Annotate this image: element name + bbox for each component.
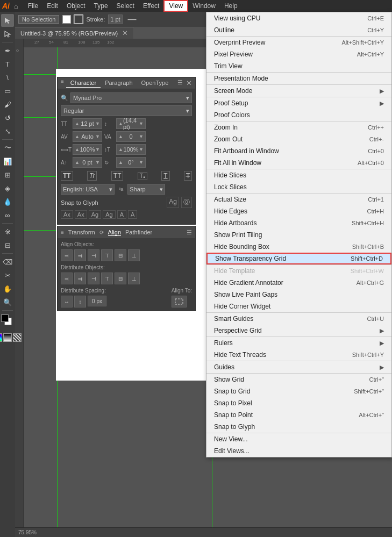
dist-top-btn[interactable]: ⊤ [101,273,113,284]
align-to-button[interactable] [172,296,187,307]
bold-button[interactable]: TT [61,171,73,181]
color-mode-gradient[interactable] [3,333,12,342]
font-family-field[interactable]: Myriad Pro ▾ [70,92,192,103]
font-size-field[interactable]: ▲ 12 pt ▼ [73,118,102,129]
menu-view[interactable]: View [163,0,188,12]
hand-tool[interactable]: ✋ [1,282,14,295]
menu-help[interactable]: Help [220,0,242,12]
gradient-tool[interactable]: ◈ [1,182,14,195]
menu-item-show-grid[interactable]: Show Grid Ctrl+" [206,374,391,385]
align-center-v-btn[interactable]: ⊟ [115,249,126,261]
menu-item-view-cpu[interactable]: View using CPU Ctrl+E [206,12,391,24]
space-v-btn[interactable]: ↕ [74,296,86,307]
fg-color-box[interactable] [1,314,9,322]
scale-tool[interactable]: ⤡ [1,125,14,138]
menu-item-pixel[interactable]: Pixel Preview Alt+Ctrl+Y [206,48,391,60]
rotate-field[interactable]: ▲ 0° ▼ [116,157,146,168]
menu-window[interactable]: Window [188,0,220,12]
underline-button[interactable]: T [161,171,169,181]
space-h-btn[interactable]: ↔ [61,296,73,307]
glyph-btn-1[interactable]: Ax [61,210,73,219]
menu-item-actual-size[interactable]: Actual Size Ctrl+1 [206,194,391,205]
snap-icon-2[interactable]: ⓪ [181,197,192,208]
glyph-btn-4[interactable]: Ag [103,210,115,219]
v-scale-field[interactable]: ▲ 100% ▼ [116,144,146,155]
align-tab[interactable]: Align [108,229,121,236]
doc-tab-close[interactable]: ✕ [122,29,128,37]
glyph-btn-2[interactable]: Ax [75,210,87,219]
menu-item-zoom-out[interactable]: Zoom Out Ctrl+- [206,133,391,145]
document-tab[interactable]: Untitled-3 @ 75.95 % (RGB/Preview) ✕ [15,27,134,39]
slice-tool[interactable]: ⊟ [1,239,14,252]
panel-menu-button[interactable]: ☰ [177,79,183,87]
menu-item-hide-edges[interactable]: Hide Edges Ctrl+H [206,205,391,217]
font-style-field[interactable]: Regular ▾ [61,105,192,116]
line-tool[interactable]: \ [1,71,14,84]
small-caps-button[interactable]: T₁ [138,172,147,180]
menu-item-hide-text-threads[interactable]: Hide Text Threads Shift+Ctrl+Y [206,349,391,361]
menu-item-hide-gradient-annotator[interactable]: Hide Gradient Annotator Alt+Ctrl+G [206,277,391,289]
menu-item-presentation[interactable]: Presentation Mode [206,73,391,84]
glyph-btn-3[interactable]: Ag [89,210,101,219]
align-left-btn[interactable]: ⫤ [61,249,73,261]
menu-item-snap-to-grid[interactable]: Snap to Grid Shift+Ctrl+" [206,385,391,397]
stroke-color-swatch[interactable] [74,15,83,24]
menu-item-snap-to-glyph[interactable]: Snap to Glyph [206,421,391,433]
align-right-btn[interactable]: ⊣ [88,249,99,261]
h-scale-field[interactable]: ▲ 100% ▼ [73,144,102,155]
select-tool[interactable] [1,14,14,27]
kerning-field[interactable]: ▲ Auto ▼ [73,131,102,142]
leading-field[interactable]: ▲ (14.4 pt) ▼ [116,118,146,129]
antialias-field[interactable]: Sharp ▾ [127,184,165,195]
tracking-field[interactable]: ▲ 0 ▼ [116,131,146,142]
symbol-tool[interactable]: ※ [1,225,14,238]
align-bottom-btn[interactable]: ⊥ [128,249,140,261]
italic-button[interactable]: Tr [87,171,97,181]
menu-item-guides[interactable]: Guides ▶ [206,361,391,373]
menu-item-hide-artboards[interactable]: Hide Artboards Shift+Ctrl+H [206,217,391,229]
menu-effect[interactable]: Effect [139,0,163,12]
menu-item-snap-to-point[interactable]: Snap to Point Alt+Ctrl+" [206,409,391,421]
fill-color-swatch[interactable] [62,15,71,24]
graph-tool[interactable]: 📊 [1,155,14,168]
transform-tab[interactable]: Transform [68,229,95,235]
eyedropper-tool[interactable]: 💧 [1,195,14,208]
warp-tool[interactable]: 〜 [1,141,14,154]
align-center-h-btn[interactable]: ⫥ [74,249,86,261]
rotate-tool[interactable]: ↺ [1,111,14,124]
menu-item-perspective-grid[interactable]: Perspective Grid ▶ [206,325,391,336]
menu-item-show-transparency-grid[interactable]: Show Transparency Grid Shift+Ctrl+D [206,253,391,264]
dist-center-v-btn[interactable]: ⊟ [115,273,126,284]
dist-right-btn[interactable]: ⊣ [88,273,99,284]
align-top-btn[interactable]: ⊤ [101,249,113,261]
menu-item-proof-colors[interactable]: Proof Colors [206,109,391,121]
menu-item-proof-setup[interactable]: Proof Setup ▶ [206,97,391,109]
menu-item-show-print-tiling[interactable]: Show Print Tiling [206,229,391,241]
color-mode-none[interactable] [13,333,22,342]
blend-tool[interactable]: ∞ [1,209,14,221]
menu-item-fit-all[interactable]: Fit All in Window Alt+Ctrl+0 [206,157,391,169]
menu-item-fit-artboard[interactable]: Fit Artboard in Window Ctrl+0 [206,145,391,157]
menu-item-rulers[interactable]: Rulers ▶ [206,337,391,349]
menu-item-smart-guides[interactable]: Smart Guides Ctrl+U [206,313,391,325]
type-tool[interactable]: T [1,58,14,70]
menu-item-outline[interactable]: Outline Ctrl+Y [206,24,391,36]
menu-item-trim[interactable]: Trim View [206,60,391,72]
language-field[interactable]: English: USA ▾ [61,184,115,195]
menu-item-snap-to-pixel[interactable]: Snap to Pixel [206,397,391,409]
baseline-field[interactable]: ▲ 0 pt ▼ [73,157,102,168]
dist-center-h-btn[interactable]: ⫥ [74,273,86,284]
menu-item-lock-slices[interactable]: Lock Slices [206,181,391,193]
brush-tool[interactable]: 🖌 [1,98,14,111]
snap-icon-1[interactable]: Ag [167,197,179,208]
panel-close-button[interactable]: ✕ [186,79,192,87]
color-mode-color[interactable] [0,333,2,342]
menu-file[interactable]: File [24,0,42,12]
menu-item-hide-bounding-box[interactable]: Hide Bounding Box Shift+Ctrl+B [206,241,391,253]
tab-opentype[interactable]: OpenType [137,78,173,88]
tab-character[interactable]: Character [66,78,101,88]
dist-bottom-btn[interactable]: ⊥ [128,273,140,284]
menu-edit[interactable]: Edit [42,0,62,12]
pen-tool[interactable]: ✒ [1,44,14,57]
mesh-tool[interactable]: ⊞ [1,168,14,181]
